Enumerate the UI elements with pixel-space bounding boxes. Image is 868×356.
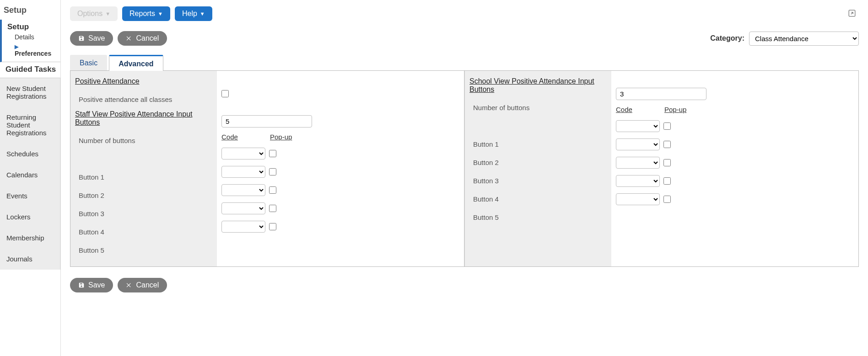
school-button-1-popup[interactable]	[663, 122, 671, 130]
side-link-details[interactable]: Details	[7, 32, 58, 42]
side-link-preferences-label: Preferences	[15, 50, 51, 57]
tab-basic[interactable]: Basic	[70, 55, 107, 70]
school-button-2-code[interactable]	[616, 138, 660, 150]
staff-nob-input[interactable]	[221, 115, 312, 128]
staff-button-3-code[interactable]	[221, 184, 265, 196]
save-icon	[78, 282, 85, 288]
school-button-1-label: Button 1	[469, 135, 607, 153]
reports-label: Reports	[129, 10, 155, 17]
side-item-events[interactable]: Events	[0, 186, 60, 207]
school-button-3-label: Button 3	[469, 171, 607, 190]
help-label: Help	[182, 10, 197, 17]
pop-out-icon[interactable]	[848, 9, 856, 20]
side-tab-guided-title: Guided Tasks	[5, 65, 58, 74]
save-button-bottom[interactable]: Save	[70, 278, 113, 292]
action-buttons-top: Save Cancel	[70, 31, 167, 46]
school-button-2-popup[interactable]	[663, 141, 671, 148]
side-tab-guided[interactable]: Guided Tasks	[0, 62, 60, 78]
save-button-top[interactable]: Save	[70, 31, 113, 46]
staff-button-3-label: Button 3	[75, 204, 212, 223]
school-button-2-label: Button 2	[469, 153, 607, 171]
staff-button-3-popup[interactable]	[269, 186, 276, 194]
options-button[interactable]: Options ▼	[70, 6, 118, 21]
staff-button-5-code[interactable]	[221, 221, 265, 233]
pos-att-all-checkbox[interactable]	[221, 90, 229, 97]
chevron-down-icon: ▼	[158, 11, 163, 16]
right-controls: Code Pop-up	[611, 71, 858, 266]
action-buttons-bottom: Save Cancel	[70, 278, 859, 292]
close-icon	[126, 282, 132, 288]
staff-button-5-label: Button 5	[75, 241, 212, 259]
side-item-journals[interactable]: Journals	[0, 249, 60, 270]
side-item-new-student[interactable]: New Student Registrations	[0, 78, 60, 107]
school-nob-label: Number of buttons	[469, 98, 607, 117]
staff-code-header: Code	[221, 133, 267, 141]
category-row: Category: Class Attendance	[710, 32, 859, 46]
staff-button-2-label: Button 2	[75, 186, 212, 204]
save-button-label: Save	[88, 34, 105, 43]
side-item-schedules[interactable]: Schedules	[0, 143, 60, 165]
side-list: New Student Registrations Returning Stud…	[0, 78, 60, 270]
cancel-button-label: Cancel	[136, 281, 159, 289]
chevron-down-icon: ▼	[200, 11, 205, 16]
close-icon	[126, 35, 132, 42]
school-button-5-code[interactable]	[616, 193, 660, 205]
left-labels: Positive Attendance Positive attendance …	[70, 71, 217, 266]
staff-button-1-label: Button 1	[75, 168, 212, 186]
side-item-lockers[interactable]: Lockers	[0, 207, 60, 228]
tab-advanced[interactable]: Advanced	[109, 55, 163, 71]
side-item-membership[interactable]: Membership	[0, 228, 60, 249]
options-label: Options	[77, 10, 102, 17]
right-column: School View Positive Attendance Input Bu…	[464, 71, 858, 266]
left-controls: Code Pop-up	[217, 71, 464, 266]
staff-header: Staff View Positive Attendance Input But…	[75, 110, 212, 127]
cancel-button-bottom[interactable]: Cancel	[118, 278, 167, 292]
tabs: Basic Advanced	[70, 55, 859, 71]
category-label: Category:	[710, 34, 744, 43]
help-button[interactable]: Help ▼	[175, 6, 212, 21]
school-button-5-label: Button 5	[469, 208, 607, 226]
staff-button-2-popup[interactable]	[269, 168, 276, 175]
toolbar: Options ▼ Reports ▼ Help ▼	[70, 6, 859, 21]
staff-button-4-popup[interactable]	[269, 205, 276, 212]
staff-button-1-code[interactable]	[221, 148, 265, 159]
save-button-label: Save	[88, 281, 105, 289]
side-item-calendars[interactable]: Calendars	[0, 165, 60, 186]
school-code-header: Code	[616, 106, 662, 113]
panel: Positive Attendance Positive attendance …	[70, 71, 859, 267]
school-button-4-popup[interactable]	[663, 177, 671, 185]
school-popup-header: Pop-up	[664, 106, 692, 113]
side-item-returning-student[interactable]: Returning Student Registrations	[0, 107, 60, 143]
school-button-1-code[interactable]	[616, 120, 660, 132]
reports-button[interactable]: Reports ▼	[122, 6, 170, 21]
staff-popup-header: Pop-up	[270, 133, 297, 141]
category-select[interactable]: Class Attendance	[749, 32, 859, 46]
chevron-right-icon: ▶	[15, 44, 18, 49]
school-button-5-popup[interactable]	[663, 196, 671, 203]
chevron-down-icon: ▼	[105, 11, 110, 16]
staff-button-4-label: Button 4	[75, 223, 212, 241]
subtoolbar: Save Cancel Category: Class Attendance	[70, 31, 859, 46]
school-nob-input[interactable]	[616, 88, 706, 100]
cancel-button-label: Cancel	[136, 34, 159, 43]
school-button-3-popup[interactable]	[663, 159, 671, 166]
staff-button-5-popup[interactable]	[269, 223, 276, 230]
save-icon	[78, 35, 85, 42]
staff-button-2-code[interactable]	[221, 166, 265, 178]
right-labels: School View Positive Attendance Input Bu…	[465, 71, 611, 266]
staff-button-1-popup[interactable]	[269, 150, 276, 157]
side-tab-setup-title: Setup	[7, 22, 58, 32]
school-button-4-label: Button 4	[469, 190, 607, 208]
main: Options ▼ Reports ▼ Help ▼ Save C	[61, 0, 868, 356]
staff-button-4-code[interactable]	[221, 202, 265, 214]
school-button-4-code[interactable]	[616, 175, 660, 187]
side-tab-setup[interactable]: Setup Details ▶ Preferences	[0, 20, 60, 62]
school-button-3-code[interactable]	[616, 157, 660, 169]
staff-nob-label: Number of buttons	[75, 131, 212, 149]
side-link-preferences[interactable]: ▶ Preferences	[7, 42, 58, 58]
breadcrumb: Setup	[0, 0, 60, 20]
pos-att-all-label: Positive attendance all classes	[75, 90, 212, 108]
cancel-button-top[interactable]: Cancel	[118, 31, 167, 46]
school-header: School View Positive Attendance Input Bu…	[469, 77, 607, 94]
left-column: Positive Attendance Positive attendance …	[70, 71, 464, 266]
